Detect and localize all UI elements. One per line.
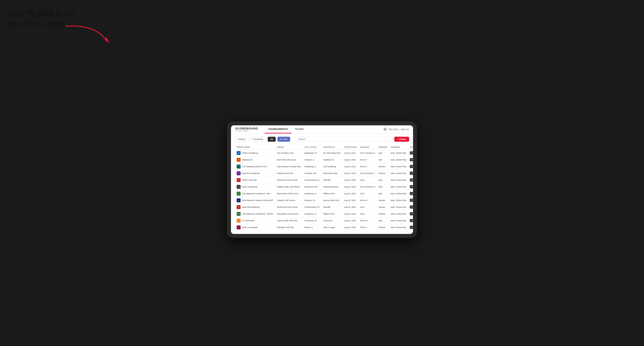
- edit-button[interactable]: ✎ Edit: [410, 205, 413, 209]
- cell-division: NICAA I: [358, 163, 377, 170]
- tab-teams[interactable]: TEAMS: [292, 125, 307, 134]
- cell-hosted-by: Pikeville: [322, 176, 342, 183]
- event-name-text: Klash at Kokopelli: [242, 226, 258, 228]
- cell-city: Galesburg, IL: [302, 163, 322, 170]
- cell-start-date: Aug 28, 2023: [342, 224, 358, 231]
- cell-actions: ✎ Edit: [408, 224, 413, 231]
- event-name-text: 2023 Women's Hesston Fall Kickoff: [242, 199, 273, 201]
- cell-division: NAIA: [358, 210, 377, 217]
- cell-hosted-by: Highland CC: [322, 156, 342, 163]
- edit-button[interactable]: ✎ Edit: [410, 151, 413, 155]
- cell-gender: Women: [377, 170, 389, 176]
- cell-division: NICAA I: [358, 156, 377, 163]
- cell-gender: Women: [377, 210, 389, 217]
- cell-event-name: M Maverick Invitational: [235, 170, 275, 176]
- col-actions: ACTIONS: [408, 145, 413, 150]
- cell-gender: Women: [377, 204, 389, 210]
- edit-button[interactable]: ✎ Edit: [410, 212, 413, 215]
- cell-venue: Kokopelli Golf Club: [275, 224, 302, 231]
- cell-event-name: H Highland 36: [235, 156, 275, 163]
- edit-button[interactable]: ✎ Edit: [410, 185, 413, 188]
- cell-gender: Women: [377, 163, 389, 170]
- col-venue: VENUE: [275, 145, 302, 150]
- cell-city: Oskaloosa, IA: [302, 190, 322, 197]
- edit-button[interactable]: ✎ Edit: [410, 226, 413, 229]
- edit-button[interactable]: ✎ Edit: [410, 158, 413, 161]
- filter-label: Filter: [283, 138, 288, 140]
- cell-start-date: Aug 26, 2023: [342, 163, 358, 170]
- cell-city: Deerwood, MN: [302, 183, 322, 190]
- cell-gender: Men: [377, 156, 389, 163]
- edit-button[interactable]: ✎ Edit: [410, 165, 413, 168]
- filter-icon: ☰: [280, 138, 282, 140]
- cell-scoring: team, Stroke Play: [389, 197, 408, 204]
- cell-hosted-by: Carl Sandburg: [322, 163, 342, 170]
- table-row: K Klash at Kokopelli Kokopelli Golf Club…: [235, 224, 413, 231]
- all-filter-btn[interactable]: All: [268, 137, 276, 142]
- gear-icon[interactable]: ⚙: [383, 128, 387, 131]
- cell-division: NICAA II: [358, 217, 377, 224]
- table-row: M Morris Invitational Ruttger's Bay Lake…: [235, 183, 413, 190]
- cell-division: NICAA I: [358, 224, 377, 231]
- cell-actions: ✎ Edit: [408, 170, 413, 176]
- cell-event-name: U UPIKE Fall Invite: [235, 176, 275, 183]
- hosting-filter-btn[interactable]: Hosting: [235, 137, 248, 142]
- table-row: M Maverick Invitational Faribault Golf C…: [235, 170, 413, 176]
- create-button[interactable]: + Create: [394, 137, 409, 142]
- cell-venue: Cypress Hills Golf Club: [275, 217, 302, 224]
- cell-gender: Men: [377, 190, 389, 197]
- edit-button[interactable]: ✎ Edit: [410, 172, 413, 175]
- event-name-text: upike fall invitational: [242, 206, 260, 208]
- cell-hosted-by: Minnesota State: [322, 170, 342, 176]
- cell-division: NAIA: [358, 204, 377, 210]
- sign-out-link[interactable]: Sign out: [400, 128, 409, 131]
- team-icon: H: [237, 158, 240, 162]
- event-name-text: Morris Invitational: [242, 186, 258, 188]
- cell-city: Prestonsburg, KY: [302, 204, 322, 210]
- cell-actions: ✎ Edit: [408, 197, 413, 204]
- team-icon: 2: [237, 198, 240, 202]
- cell-hosted-by: Mt. Saint Mary (NY): [322, 150, 342, 156]
- team-icon: F: [237, 192, 240, 195]
- cell-city: Marion, IL: [302, 224, 322, 231]
- col-scoring: SCORING: [389, 145, 408, 150]
- logo-area: SCOREBOARD Powered by clippit: [235, 127, 258, 132]
- edit-button[interactable]: ✎ Edit: [410, 199, 413, 202]
- cell-venue: Lake Bracken Country Club: [275, 163, 302, 170]
- cell-city: Freeport, IL: [302, 156, 322, 163]
- filter-icon-btn[interactable]: ☰ Filter: [278, 137, 290, 142]
- competing-filter-btn[interactable]: Competing: [250, 137, 266, 142]
- cell-start-date: Aug 28, 2023: [342, 197, 358, 204]
- cell-scoring: team, Stroke Play: [389, 156, 408, 163]
- team-icon: V: [237, 219, 240, 223]
- cell-scoring: team, Stroke Play: [389, 204, 408, 210]
- event-name-text: VU PREVIEW: [242, 219, 254, 222]
- cell-division: NAIA: [358, 176, 377, 183]
- cell-start-date: Aug 28, 2023: [342, 217, 358, 224]
- team-icon: U: [237, 178, 240, 182]
- edit-button[interactable]: ✎ Edit: [410, 192, 413, 195]
- cell-start-date: Aug 25, 2023: [342, 156, 358, 163]
- search-input[interactable]: [296, 137, 393, 142]
- cell-event-name: F Fall Statesmen Invitational - Women: [235, 210, 275, 217]
- tab-tournaments[interactable]: TOURNAMENTS: [264, 125, 292, 134]
- edit-button[interactable]: ✎ Edit: [410, 219, 413, 222]
- event-name-text: UPIKE Fall Invite: [242, 179, 257, 181]
- edit-button[interactable]: ✎ Edit: [410, 178, 413, 181]
- cell-start-date: Aug 28, 2023: [342, 176, 358, 183]
- arrow-indicator: [61, 22, 118, 48]
- cell-city: Prestonsburg, KY: [302, 176, 322, 183]
- cell-venue: Edmundson Golf Course: [275, 190, 302, 197]
- logo-sub: Powered by clippit: [235, 130, 258, 132]
- cell-division: NCAA Division II: [358, 170, 377, 176]
- team-icon: M: [237, 185, 240, 189]
- cell-actions: ✎ Edit: [408, 156, 413, 163]
- cell-start-date: Aug 28, 2023: [342, 183, 358, 190]
- col-gender: GENDER: [377, 145, 389, 150]
- cell-actions: ✎ Edit: [408, 217, 413, 224]
- cell-event-name: F Fall Statesmen Invitational - Men: [235, 190, 275, 197]
- user-label: Test User |: [388, 128, 399, 131]
- cell-start-date: Aug 24, 2023: [342, 150, 358, 156]
- table-row: H Highland 36 Park Hills Golf Course Fre…: [235, 156, 413, 163]
- event-name-text: Fall Statesmen Invitational - Men: [242, 192, 270, 195]
